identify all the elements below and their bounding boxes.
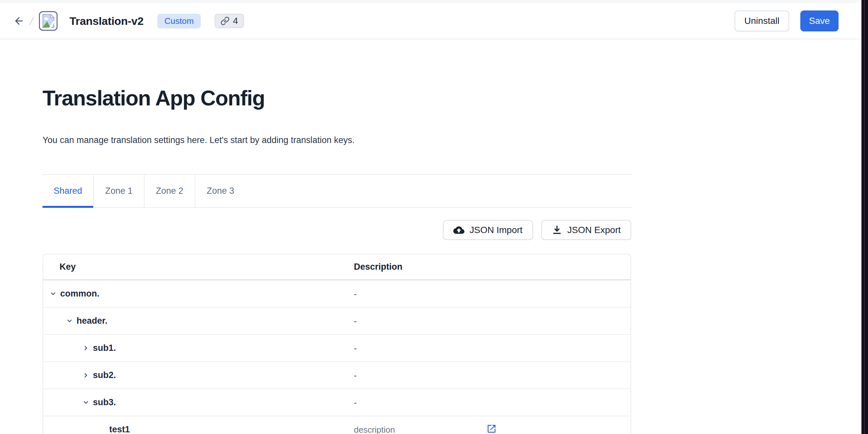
- json-export-button[interactable]: JSON Export: [541, 220, 631, 240]
- tab-zone-3[interactable]: Zone 3: [195, 175, 246, 207]
- description-cell: -: [354, 343, 630, 353]
- tab-zone-2[interactable]: Zone 2: [145, 175, 195, 207]
- download-icon: [552, 225, 562, 235]
- key-cell: sub1.: [43, 343, 354, 353]
- table-actions: JSON Import JSON Export: [42, 220, 631, 240]
- json-import-label: JSON Import: [470, 225, 523, 235]
- main-content: Translation App Config You can manage tr…: [0, 39, 862, 434]
- description-cell: description: [354, 424, 630, 434]
- key-label: test1: [109, 425, 130, 434]
- tab-shared[interactable]: Shared: [42, 175, 94, 207]
- description-cell: -: [354, 288, 630, 299]
- key-label: sub3.: [93, 397, 116, 407]
- translation-keys-table: Key Description common. - header. - sub1…: [42, 254, 631, 434]
- app-window: / Translation-v2 Custom 4: [0, 0, 868, 434]
- link-icon: [220, 17, 229, 26]
- table-row[interactable]: header. -: [43, 308, 630, 335]
- chevron-down-icon[interactable]: [83, 399, 93, 406]
- window-top-strip: [0, 0, 862, 3]
- page-subtitle: You can manage translation settings here…: [42, 135, 354, 145]
- link-count: 4: [233, 16, 238, 26]
- table-row[interactable]: sub2. -: [43, 362, 630, 389]
- table-row[interactable]: sub3. -: [43, 389, 630, 416]
- right-edge-strip: [862, 0, 868, 434]
- key-cell: common.: [43, 289, 354, 299]
- key-label: sub1.: [93, 343, 116, 353]
- save-button[interactable]: Save: [800, 10, 839, 31]
- tab-zone-1[interactable]: Zone 1: [94, 175, 145, 207]
- back-button[interactable]: [13, 15, 25, 27]
- description-cell: -: [354, 316, 630, 326]
- description-cell: -: [354, 370, 630, 381]
- chevron-right-icon[interactable]: [83, 372, 93, 379]
- key-label: header.: [76, 316, 107, 326]
- broken-image-icon: [42, 14, 55, 28]
- topbar: / Translation-v2 Custom 4: [0, 3, 862, 39]
- edge-highlight-line: [864, 0, 865, 434]
- chevron-down-icon[interactable]: [66, 317, 76, 325]
- tab-bar: SharedZone 1Zone 2Zone 3: [42, 174, 631, 208]
- app-title: Translation-v2: [69, 15, 143, 28]
- page-title: Translation App Config: [42, 86, 265, 110]
- description-text: description: [354, 424, 486, 434]
- key-cell: header.: [43, 316, 354, 326]
- key-cell: sub3.: [43, 397, 354, 407]
- table-row[interactable]: common. -: [43, 281, 630, 308]
- json-import-button[interactable]: JSON Import: [443, 220, 533, 240]
- json-export-label: JSON Export: [567, 225, 621, 235]
- breadcrumb-separator: /: [29, 15, 35, 28]
- table-header-row: Key Description: [43, 254, 630, 279]
- description-text: -: [354, 370, 486, 381]
- topbar-actions: Uninstall Save: [735, 10, 839, 31]
- topbar-left: / Translation-v2 Custom 4: [13, 11, 735, 31]
- chevron-right-icon[interactable]: [83, 345, 93, 352]
- key-label: sub2.: [93, 370, 116, 380]
- link-count-badge[interactable]: 4: [215, 14, 244, 28]
- description-text: -: [354, 316, 486, 326]
- key-label: common.: [60, 289, 99, 299]
- description-text: -: [354, 343, 486, 353]
- table-row[interactable]: sub1. -: [43, 335, 630, 362]
- table-body: common. - header. - sub1. - sub2. -: [43, 281, 630, 434]
- cloud-upload-icon: [453, 225, 464, 236]
- open-external-button[interactable]: [486, 423, 497, 434]
- chevron-box: [99, 426, 109, 433]
- key-cell: sub2.: [43, 370, 354, 380]
- external-link-icon: [486, 424, 497, 434]
- description-cell: -: [354, 397, 630, 408]
- app-icon: [39, 11, 58, 31]
- chevron-down-icon[interactable]: [50, 290, 60, 297]
- custom-badge: Custom: [157, 14, 201, 28]
- description-text: -: [354, 288, 486, 299]
- description-text: -: [354, 397, 486, 408]
- table-row[interactable]: test1 description: [43, 416, 630, 434]
- uninstall-button[interactable]: Uninstall: [735, 10, 789, 31]
- column-header-key: Key: [43, 262, 354, 272]
- arrow-left-icon: [13, 16, 25, 27]
- column-header-description: Description: [354, 262, 403, 272]
- key-cell: test1: [43, 425, 354, 434]
